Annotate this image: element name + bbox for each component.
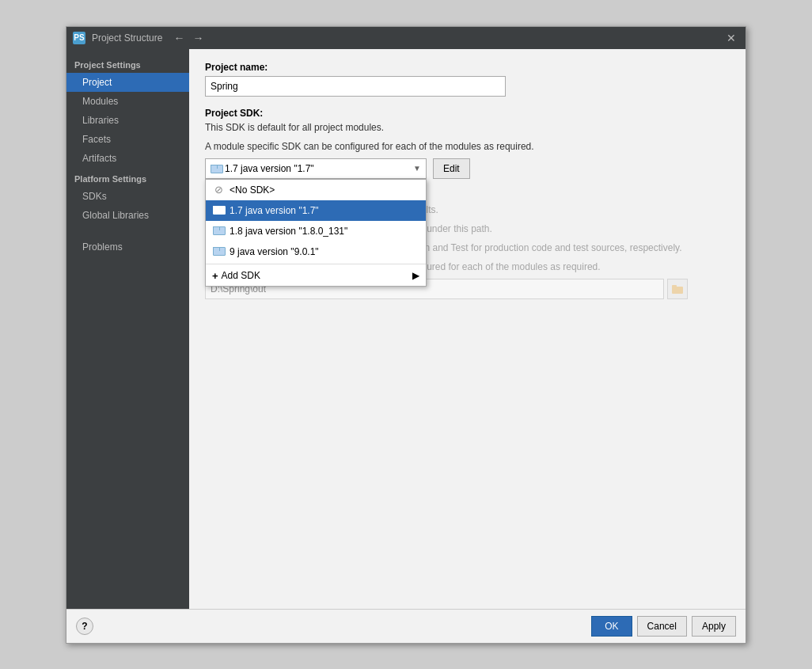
title-bar: PS Project Structure ← → ✕ xyxy=(66,27,746,49)
ok-button[interactable]: OK xyxy=(591,616,632,637)
dropdown-item-no-sdk[interactable]: ⊘ <No SDK> xyxy=(206,180,426,200)
nav-toolbar: PS Project Structure ← → xyxy=(73,30,207,46)
edit-sdk-button[interactable]: Edit xyxy=(433,158,470,179)
app-icon: PS xyxy=(73,32,85,44)
java18-folder-icon xyxy=(212,225,225,238)
dialog-body: Project Settings Project Modules Librari… xyxy=(66,49,746,609)
sidebar-item-artifacts[interactable]: Artifacts xyxy=(66,149,189,168)
main-content: Project name: Project SDK: This SDK is d… xyxy=(189,49,746,609)
cancel-button[interactable]: Cancel xyxy=(637,616,687,637)
dropdown-item-java17[interactable]: 1.7 java version "1.7" xyxy=(206,200,426,221)
sdk-description-1: This SDK is default for all project modu… xyxy=(205,120,730,135)
project-structure-dialog: PS Project Structure ← → ✕ Project Setti… xyxy=(66,26,746,644)
sdk-description-2: A module specific SDK can be configured … xyxy=(205,139,730,154)
title-bar-text: Project Structure xyxy=(92,32,162,44)
add-sdk-label: + Add SDK xyxy=(212,270,260,282)
back-button[interactable]: ← xyxy=(170,30,188,46)
folder-browse-icon xyxy=(672,283,683,295)
sidebar-item-global-libraries[interactable]: Global Libraries xyxy=(66,206,189,225)
project-settings-label: Project Settings xyxy=(66,54,189,73)
help-button[interactable]: ? xyxy=(76,618,93,635)
sdk-dropdown[interactable]: 1.7 java version "1.7" ▼ xyxy=(205,158,427,179)
dropdown-divider xyxy=(206,264,426,264)
dropdown-item-java18[interactable]: 1.8 java version "1.8.0_131" xyxy=(206,221,426,241)
sidebar-item-facets[interactable]: Facets xyxy=(66,130,189,149)
project-sdk-label: Project SDK: xyxy=(205,108,730,119)
add-sdk-item[interactable]: + Add SDK ▶ xyxy=(206,266,426,286)
sidebar: Project Settings Project Modules Librari… xyxy=(66,49,189,609)
no-sdk-label: <No SDK> xyxy=(230,184,275,196)
project-name-input[interactable] xyxy=(205,76,506,97)
dialog-footer: ? OK Cancel Apply xyxy=(66,609,746,643)
sidebar-item-sdks[interactable]: SDKs xyxy=(66,187,189,206)
sdk-row: 1.7 java version "1.7" ▼ Edit ⊘ <No SDK> xyxy=(205,158,730,179)
browse-path-button[interactable] xyxy=(667,279,688,299)
platform-settings-label: Platform Settings xyxy=(66,168,189,187)
dropdown-arrow-icon: ▼ xyxy=(413,164,421,173)
java18-label: 1.8 java version "1.8.0_131" xyxy=(230,226,347,237)
apply-button[interactable]: Apply xyxy=(692,616,736,637)
sdk-selected-text: 1.7 java version "1.7" xyxy=(225,163,413,174)
sdk-dropdown-menu: ⊘ <No SDK> 1.7 java version "1.7" xyxy=(205,179,427,287)
java17-label: 1.7 java version "1.7" xyxy=(230,205,319,216)
forward-button[interactable]: → xyxy=(189,30,207,46)
sdk-folder-icon xyxy=(211,163,222,174)
sidebar-item-project[interactable]: Project xyxy=(66,73,189,92)
java17-folder-icon xyxy=(212,204,225,217)
dropdown-item-java9[interactable]: 9 java version "9.0.1" xyxy=(206,241,426,262)
java9-folder-icon xyxy=(212,245,225,258)
project-name-label: Project name: xyxy=(205,62,730,73)
sidebar-item-libraries[interactable]: Libraries xyxy=(66,111,189,130)
add-sdk-arrow-icon: ▶ xyxy=(412,270,419,281)
sidebar-item-problems[interactable]: Problems xyxy=(66,238,189,257)
sidebar-item-modules[interactable]: Modules xyxy=(66,92,189,111)
close-button[interactable]: ✕ xyxy=(723,30,739,46)
footer-left: ? xyxy=(76,618,586,635)
no-sdk-icon: ⊘ xyxy=(212,184,225,196)
java9-label: 9 java version "9.0.1" xyxy=(230,246,319,257)
